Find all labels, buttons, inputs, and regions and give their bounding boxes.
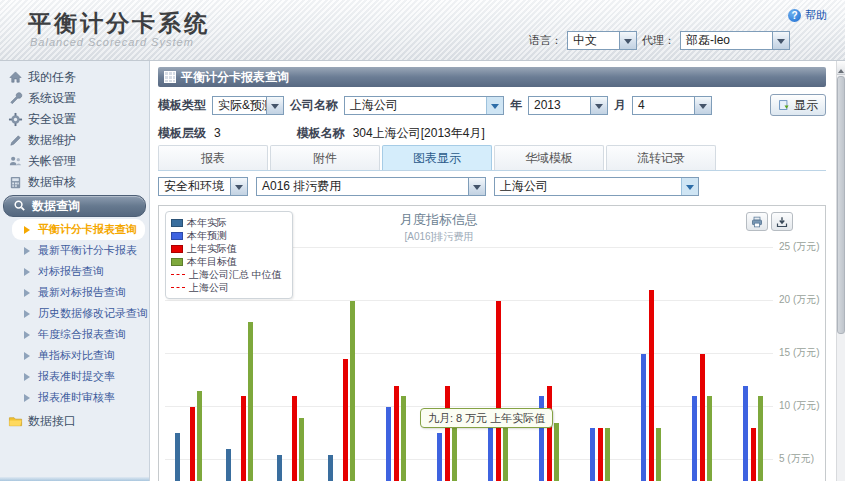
tab-attachment[interactable]: 附件 [270, 145, 380, 170]
sidebar-item-account-closing[interactable]: 关帐管理 [0, 151, 149, 172]
chevron-down-icon[interactable] [694, 97, 711, 114]
language-select[interactable]: 中文 [567, 31, 637, 50]
bar-本年目标值-六月[interactable] [452, 423, 457, 481]
sidebar-subitem-single-indicator-compare[interactable]: 单指标对比查询 [0, 345, 149, 366]
chevron-down-icon[interactable] [619, 32, 636, 49]
gridline [165, 406, 773, 407]
bar-上年实际值-五月[interactable] [394, 386, 399, 481]
bar-本年目标值-五月[interactable] [401, 396, 406, 481]
bar-本年实际-四月[interactable] [328, 455, 333, 481]
bar-本年目标值-十二月[interactable] [758, 396, 763, 481]
chevron-down-icon[interactable] [486, 97, 503, 114]
print-icon [751, 216, 763, 228]
sidebar-subitem-ontime-audit-rate[interactable]: 报表准时审核率 [0, 387, 149, 408]
bar-本年目标值-二月[interactable] [248, 322, 253, 481]
bullet-icon [24, 373, 34, 381]
bullet-icon [24, 394, 34, 402]
bar-本年实际-二月[interactable] [226, 449, 231, 481]
bar-上年实际值-三月[interactable] [292, 396, 297, 481]
chevron-down-icon[interactable] [230, 178, 247, 195]
language-label: 语言： [529, 33, 562, 48]
chart-panel: 月度指标信息 [A016]排污费用 本年实际本年预测上年实际值本年目标值上海公司… [158, 205, 826, 481]
legend-label: 上海公司 [189, 281, 229, 295]
legend-swatch [171, 258, 183, 266]
chevron-down-icon[interactable] [266, 97, 283, 114]
bar-本年预测-九月[interactable] [590, 428, 595, 481]
bar-本年预测-六月[interactable] [437, 433, 442, 481]
template-type-select[interactable]: 实际&预测 [212, 96, 284, 115]
bullet-icon [24, 247, 34, 255]
company-select[interactable]: 上海公司 [344, 96, 504, 115]
gridline [165, 459, 773, 460]
sidebar-item-my-tasks[interactable]: 我的任务 [0, 67, 149, 88]
bar-上年实际值-六月[interactable] [445, 386, 450, 481]
bar-上年实际值-十一月[interactable] [700, 354, 705, 481]
legend-item: 本年实际 [171, 216, 287, 229]
bar-本年目标值-七月[interactable] [503, 423, 508, 481]
sidebar-subitem-latest-bsc-report[interactable]: 最新平衡计分卡报表 [0, 240, 149, 261]
template-type-label: 模板类型 [158, 97, 206, 114]
indicator-select[interactable]: A016 排污费用 [256, 177, 486, 196]
vertical-scrollbar[interactable] [836, 61, 845, 481]
bar-本年目标值-十一月[interactable] [707, 396, 712, 481]
category-select[interactable]: 安全和环境 [158, 177, 248, 196]
export-button[interactable] [771, 212, 793, 231]
tab-flow-record[interactable]: 流转记录 [606, 145, 716, 170]
scroll-up-arrow-icon[interactable] [837, 61, 845, 75]
bar-上年实际值-七月[interactable] [496, 301, 501, 481]
bar-本年目标值-九月[interactable] [605, 428, 610, 481]
month-select[interactable]: 4 [632, 96, 712, 115]
bar-本年预测-十一月[interactable] [692, 396, 697, 481]
bar-上年实际值-一月[interactable] [190, 407, 195, 481]
bar-本年目标值-一月[interactable] [197, 391, 202, 481]
bar-本年实际-一月[interactable] [175, 433, 180, 481]
bullet-icon [24, 226, 34, 234]
sidebar-subitem-latest-benchmark-query[interactable]: 最新对标报告查询 [0, 282, 149, 303]
bar-本年目标值-三月[interactable] [299, 418, 304, 481]
chart-company-select[interactable]: 上海公司 [494, 177, 699, 196]
display-button[interactable]: 显示 [770, 94, 826, 116]
sidebar-item-data-maintenance[interactable]: 数据维护 [0, 130, 149, 151]
grid-icon [164, 71, 176, 83]
chevron-down-icon[interactable] [681, 178, 698, 195]
bar-本年目标值-四月[interactable] [350, 301, 355, 481]
sidebar-subitem-bsc-report-query[interactable]: 平衡计分卡报表查询 [12, 219, 145, 240]
print-button[interactable] [746, 212, 768, 231]
chevron-down-icon[interactable] [468, 178, 485, 195]
bar-本年预测-五月[interactable] [386, 407, 391, 481]
year-select[interactable]: 2013 [528, 96, 608, 115]
bar-本年实际-三月[interactable] [277, 455, 282, 481]
sidebar-subitem-history-modify-query[interactable]: 历史数据修改记录查询 [0, 303, 149, 324]
bar-上年实际值-八月[interactable] [547, 386, 552, 481]
sidebar-item-security-settings[interactable]: 安全设置 [0, 109, 149, 130]
bar-上年实际值-四月[interactable] [343, 359, 348, 481]
sidebar-item-data-interface[interactable]: 数据接口 [0, 411, 149, 432]
sidebar-subitem-annual-report-query[interactable]: 年度综合报表查询 [0, 324, 149, 345]
home-icon [8, 70, 23, 85]
sidebar-subitem-ontime-submit-rate[interactable]: 报表准时提交率 [0, 366, 149, 387]
app-subtitle: Balanced Scorecard System [30, 36, 194, 48]
bar-上年实际值-九月[interactable] [598, 428, 603, 481]
bar-上年实际值-十二月[interactable] [751, 428, 756, 481]
gridline [165, 300, 773, 301]
agent-select[interactable]: 部磊-leo [680, 31, 790, 50]
bar-本年目标值-十月[interactable] [656, 428, 661, 481]
bar-本年目标值-八月[interactable] [554, 423, 559, 481]
sidebar-item-data-query[interactable]: 数据查询 [3, 195, 146, 217]
tab-report[interactable]: 报表 [158, 145, 268, 170]
sidebar-subitem-benchmark-report-query[interactable]: 对标报告查询 [0, 261, 149, 282]
y-axis-tick-label: 10 (万元) [779, 399, 826, 413]
tab-chart-display[interactable]: 图表显示 [382, 145, 492, 170]
bar-本年预测-十月[interactable] [641, 354, 646, 481]
sidebar-item-data-audit[interactable]: 数据审核 [0, 172, 149, 193]
sidebar-item-system-settings[interactable]: 系统设置 [0, 88, 149, 109]
tab-huayu-template[interactable]: 华域模板 [494, 145, 604, 170]
chevron-down-icon[interactable] [590, 97, 607, 114]
bar-本年预测-十二月[interactable] [743, 386, 748, 481]
chevron-down-icon[interactable] [772, 32, 789, 49]
bar-上年实际值-十月[interactable] [649, 290, 654, 481]
bar-上年实际值-二月[interactable] [241, 396, 246, 481]
scrollbar-thumb[interactable] [837, 76, 845, 334]
legend-item: 上海公司汇总 中位值 [171, 268, 287, 281]
help-link[interactable]: ? 帮助 [788, 8, 827, 23]
